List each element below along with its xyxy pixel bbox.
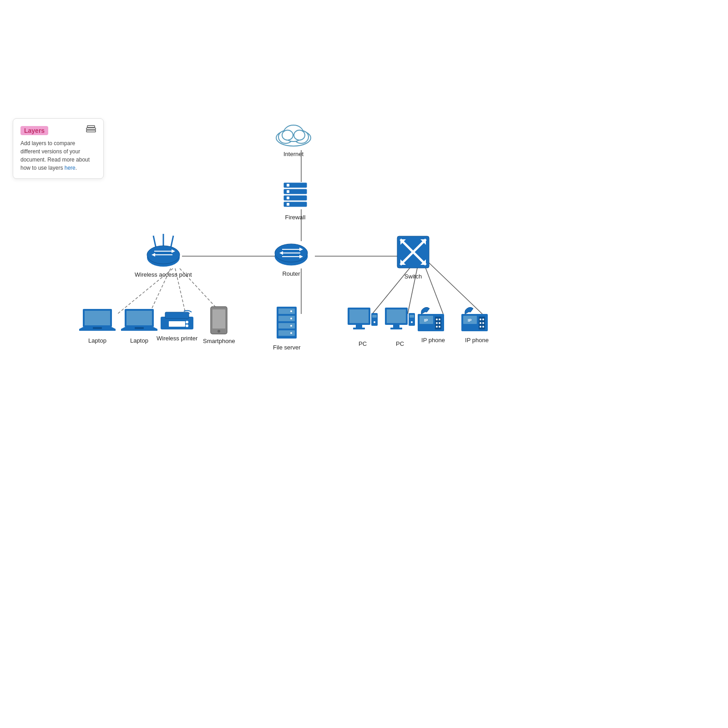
svg-rect-80 bbox=[353, 328, 365, 329]
svg-text:IP: IP bbox=[424, 318, 428, 323]
router-node: Router bbox=[273, 240, 309, 277]
svg-rect-28 bbox=[287, 197, 289, 199]
firewall-icon bbox=[283, 182, 308, 211]
pc1-icon bbox=[347, 307, 379, 338]
ip-phone2-label: IP phone bbox=[465, 337, 489, 344]
svg-rect-58 bbox=[126, 311, 152, 325]
layers-header: Layers bbox=[20, 125, 96, 136]
svg-point-20 bbox=[282, 130, 293, 140]
svg-rect-86 bbox=[393, 325, 399, 328]
smartphone-icon bbox=[210, 306, 228, 335]
svg-rect-59 bbox=[135, 327, 144, 329]
svg-rect-66 bbox=[212, 309, 225, 329]
svg-rect-56 bbox=[93, 327, 102, 329]
svg-point-83 bbox=[374, 321, 375, 323]
smartphone-label: Smartphone bbox=[203, 338, 235, 344]
wap-node: Wireless access point bbox=[135, 228, 192, 278]
switch-label: Switch bbox=[404, 273, 422, 280]
laptop1-label: Laptop bbox=[88, 337, 106, 344]
svg-point-67 bbox=[217, 330, 220, 333]
switch-icon bbox=[395, 234, 431, 270]
svg-point-95 bbox=[436, 318, 438, 320]
ip-phone1-label: IP phone bbox=[421, 337, 445, 344]
svg-point-64 bbox=[186, 324, 188, 327]
ip-phone2-icon: IP bbox=[460, 306, 493, 334]
internet-label: Internet bbox=[283, 151, 303, 157]
svg-point-98 bbox=[439, 322, 440, 324]
pc2-icon bbox=[384, 307, 416, 338]
svg-rect-71 bbox=[278, 323, 295, 329]
svg-point-73 bbox=[290, 310, 292, 312]
svg-point-106 bbox=[482, 318, 484, 320]
svg-rect-62 bbox=[169, 321, 185, 327]
svg-rect-78 bbox=[349, 309, 369, 323]
svg-point-63 bbox=[186, 321, 188, 324]
svg-point-21 bbox=[294, 130, 305, 140]
switch-node: Switch bbox=[395, 234, 431, 280]
router-icon bbox=[273, 240, 309, 268]
internet-node: Internet bbox=[273, 121, 314, 157]
file-server-node: File server bbox=[273, 306, 301, 351]
file-server-icon bbox=[273, 306, 300, 341]
pc2-label: PC bbox=[396, 340, 404, 347]
file-server-label: File server bbox=[273, 344, 301, 351]
svg-text:IP: IP bbox=[468, 318, 472, 323]
svg-rect-72 bbox=[278, 330, 295, 336]
svg-rect-79 bbox=[356, 325, 362, 328]
ip-phone1-icon: IP bbox=[417, 306, 450, 334]
svg-rect-85 bbox=[387, 309, 406, 323]
svg-point-74 bbox=[290, 318, 292, 319]
svg-point-96 bbox=[439, 318, 440, 320]
layers-icon bbox=[86, 125, 96, 136]
wap-icon bbox=[141, 228, 186, 268]
wap-label: Wireless access point bbox=[135, 271, 192, 278]
laptop2-icon bbox=[121, 307, 157, 334]
firewall-label: Firewall bbox=[285, 214, 306, 221]
svg-rect-2 bbox=[86, 130, 96, 132]
internet-icon bbox=[273, 121, 314, 148]
laptop1-node: Laptop bbox=[79, 307, 116, 344]
layers-panel: Layers Add layers to compare different v… bbox=[13, 118, 104, 179]
svg-rect-26 bbox=[287, 184, 289, 187]
svg-point-75 bbox=[290, 325, 292, 327]
svg-rect-69 bbox=[278, 308, 295, 314]
smartphone-node: Smartphone bbox=[203, 306, 235, 344]
laptop2-node: Laptop bbox=[121, 307, 157, 344]
svg-point-105 bbox=[480, 318, 481, 320]
firewall-node: Firewall bbox=[283, 182, 308, 221]
ip-phone1-node: IP IP phone bbox=[417, 306, 450, 344]
svg-point-97 bbox=[436, 322, 438, 324]
svg-rect-89 bbox=[410, 315, 414, 318]
layers-description: Add layers to compare different versions… bbox=[20, 139, 96, 172]
pc2-node: PC bbox=[384, 307, 416, 347]
ip-phone2-node: IP IP phone bbox=[460, 306, 493, 344]
router-label: Router bbox=[282, 270, 300, 277]
svg-rect-1 bbox=[87, 126, 95, 127]
layers-link[interactable]: here bbox=[65, 165, 76, 171]
svg-point-99 bbox=[436, 326, 438, 328]
svg-point-90 bbox=[411, 321, 413, 323]
pc1-node: PC bbox=[347, 307, 379, 347]
svg-rect-27 bbox=[287, 190, 289, 193]
svg-rect-70 bbox=[278, 316, 295, 321]
svg-point-110 bbox=[482, 326, 484, 328]
printer-label: Wireless printer bbox=[157, 335, 197, 342]
svg-point-100 bbox=[439, 326, 440, 328]
svg-rect-87 bbox=[390, 328, 402, 329]
svg-point-76 bbox=[290, 332, 292, 334]
layers-title: Layers bbox=[20, 126, 48, 135]
svg-point-107 bbox=[480, 322, 481, 324]
svg-rect-29 bbox=[287, 203, 289, 206]
printer-node: Wireless printer bbox=[157, 308, 197, 342]
printer-icon bbox=[159, 308, 195, 332]
svg-rect-82 bbox=[372, 315, 377, 318]
svg-point-109 bbox=[480, 326, 481, 328]
laptop2-label: Laptop bbox=[130, 337, 148, 344]
svg-point-108 bbox=[482, 322, 484, 324]
laptop1-icon bbox=[79, 307, 116, 334]
pc1-label: PC bbox=[359, 340, 367, 347]
svg-rect-0 bbox=[86, 128, 96, 130]
connections-svg bbox=[0, 0, 728, 728]
svg-rect-55 bbox=[85, 311, 110, 325]
